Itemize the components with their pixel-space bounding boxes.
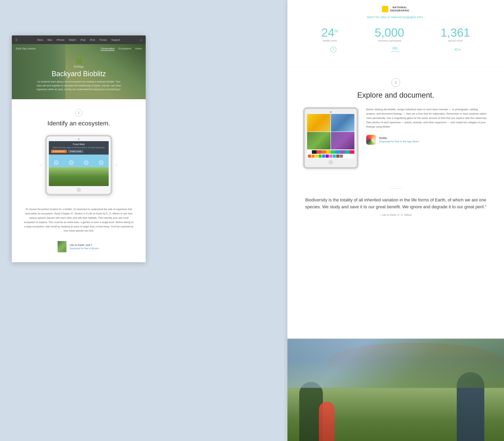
fw-circle-3 (84, 160, 88, 165)
hero-tab-ecosystems[interactable]: Ecosystems (119, 47, 131, 51)
apple-body: 1 Identify an ecosystem. ‹ Food Web Sele… (12, 99, 146, 262)
apple-hero: Earth Day Lessons Conservation Ecosystem… (12, 44, 146, 99)
clock-icon (330, 46, 337, 55)
landscape-overlay (287, 339, 504, 388)
food-web-tabs: Food Receiver Trophic Levels (51, 150, 106, 153)
food-web-subtitle: Select from two views of the food web in… (51, 146, 106, 149)
step3-desc: Before starting the bioblitz, assign ind… (366, 107, 488, 129)
nav-support[interactable]: Support (111, 38, 120, 41)
food-web-title: Food Web (51, 143, 106, 146)
step1-circle: 1 (75, 109, 82, 117)
food-web-landscape (49, 155, 109, 186)
carousel-prev[interactable]: ‹ (41, 163, 42, 167)
photo-blue (331, 114, 354, 131)
book-cover (58, 241, 66, 252)
stat-hours: 24hr bioblitz event (321, 27, 338, 42)
apple-logo:  (16, 38, 17, 42)
apple-nav:  Store Mac iPhone Watch iPad iPod iTune… (12, 35, 146, 44)
quote-section: Biodiversity is the totality of all inhe… (287, 181, 504, 224)
photo-yellow (307, 114, 331, 131)
people-icon (391, 46, 399, 55)
hero-title: Backyard Bioblitz (12, 70, 146, 78)
svg-point-6 (456, 49, 456, 50)
hero-content: 🌿 Ecology Backyard Bioblitz Let students… (12, 58, 146, 91)
natgeo-watch-link[interactable]: Watch the video on National Geographic E… (367, 16, 425, 19)
step3-title: Explore and document. (303, 91, 488, 99)
nav-store[interactable]: Store (37, 38, 43, 41)
ipad-container: ‹ Food Web Select from two views of the … (45, 135, 112, 195)
nav-watch[interactable]: Watch (69, 38, 76, 41)
food-web-circles (49, 160, 109, 165)
step3-section: 3 Explore and document. (287, 66, 504, 181)
step3-content: Before starting the bioblitz, assign ind… (303, 107, 488, 169)
book-promo: Life on Earth, Unit 7 Download for free … (12, 239, 146, 254)
natgeo-flag (382, 6, 388, 12)
nav-ipad[interactable]: iPad (80, 38, 85, 41)
ibooks-link[interactable]: Download for free in iBooks › (70, 247, 100, 250)
hero-image-right (287, 339, 504, 441)
search-icon[interactable]: ⌕ (140, 38, 142, 41)
ipad-left-home-button[interactable] (77, 188, 81, 192)
fish-icon (453, 46, 461, 55)
food-web-tab-active[interactable]: Food Receiver (51, 150, 67, 153)
quote-source: – Life on Earth, E. O. Wilson (303, 213, 488, 216)
step1-description: To choose the perfect location for a bio… (12, 201, 146, 239)
ipad-left-mockup: Food Web Select from two views of the fo… (45, 135, 112, 195)
fw-circle-1 (54, 160, 59, 165)
step3-ipad-mockup (303, 107, 358, 169)
apple-panel:  Store Mac iPhone Watch iPad iPod iTune… (12, 35, 146, 262)
hero-category: Ecology (12, 65, 146, 68)
carousel-next[interactable]: › (116, 163, 117, 167)
natgeo-logo: NATIONAL GEOGRAPHIC (303, 6, 488, 12)
stat-species: 1,361 species found (441, 27, 470, 42)
photo-grid (307, 114, 354, 149)
hero-subtitle: Let students learn about a local ecosyst… (35, 80, 122, 91)
step3-text: Before starting the bioblitz, assign ind… (366, 107, 488, 145)
apple-nav-items: Store Mac iPhone Watch iPad iPod iTunes … (37, 38, 120, 41)
app-store-link[interactable]: Download for free in the App Store › (379, 140, 420, 143)
nav-itunes[interactable]: iTunes (99, 38, 107, 41)
photo-purple (331, 132, 354, 149)
hero-breadcrumb: Earth Day Lessons (16, 47, 36, 50)
food-web-header: Food Web Select from two views of the fo… (49, 141, 109, 155)
nav-ipod[interactable]: iPod (90, 38, 95, 41)
food-web-tab-inactive[interactable]: Trophic Levels (68, 150, 83, 153)
apple-step1: 1 Identify an ecosystem. ‹ Food Web Sele… (12, 99, 146, 201)
book-info: Life on Earth, Unit 7 Download for free … (70, 244, 100, 250)
stat-icons-row (303, 46, 488, 55)
ipad-left-camera (78, 138, 79, 140)
fw-circle-4 (99, 160, 103, 165)
nav-iphone[interactable]: iPhone (57, 38, 64, 41)
hero-tab-action[interactable]: Action (135, 47, 142, 51)
right-panel: NATIONAL GEOGRAPHIC Watch the video on N… (287, 0, 504, 441)
hero-tab-conservation[interactable]: Conservation (101, 47, 115, 51)
quote-text: Biodiversity is the totality of all inhe… (303, 196, 488, 210)
nav-mac[interactable]: Mac (47, 38, 52, 41)
step1-title: Identify an ecosystem. (24, 120, 134, 127)
ipad-left-screen: Food Web Select from two views of the fo… (49, 141, 109, 186)
app-promo: Moldiv Download for free in the App Stor… (366, 135, 488, 145)
svg-line-2 (333, 50, 335, 50)
photo-green (307, 132, 331, 149)
app-name: Moldiv (379, 136, 420, 140)
color-bar (307, 150, 354, 154)
stat-volunteers: 5,000 volunteers participated (375, 27, 404, 42)
figure-2 (319, 402, 335, 441)
stats-row: 24hr bioblitz event 5,000 volunteers par… (303, 27, 488, 42)
hero-nav-tabs: Conservation Ecosystems Action (101, 47, 142, 51)
ipad-camera (330, 111, 331, 113)
moldiv-icon (366, 135, 376, 145)
fw-circle-2 (69, 160, 73, 165)
book-title: Life on Earth, Unit 7 (70, 244, 100, 247)
ipad-screen (307, 114, 354, 158)
natgeo-text-logo: NATIONAL GEOGRAPHIC (390, 6, 410, 12)
natgeo-section: NATIONAL GEOGRAPHIC Watch the video on N… (287, 0, 504, 66)
color-palette (307, 154, 354, 158)
leaf-icon: 🌿 (12, 58, 146, 64)
step3-circle: 3 (391, 78, 400, 87)
ipad-home-button[interactable] (328, 160, 333, 165)
